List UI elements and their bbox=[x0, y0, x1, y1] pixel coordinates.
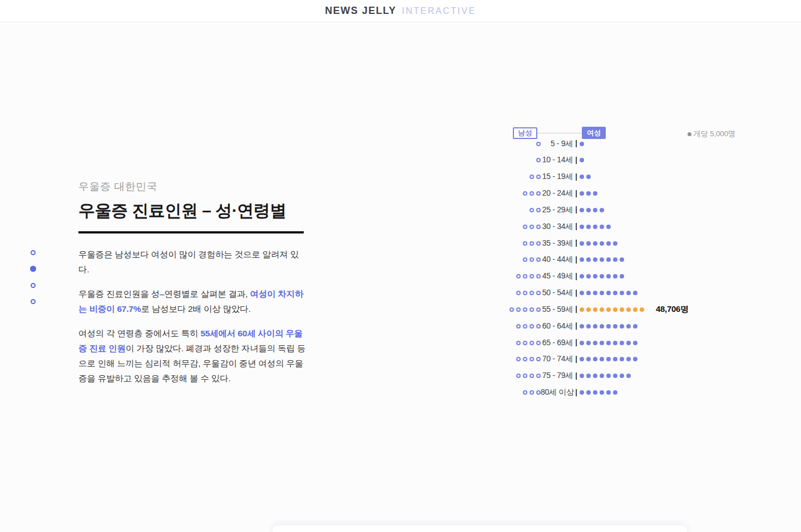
male-dots bbox=[467, 241, 541, 246]
article: 우울증 대한민국 우울증 진료인원 – 성·연령별 우울증은 남성보다 여성이 … bbox=[78, 180, 309, 386]
female-dot-icon bbox=[600, 291, 604, 295]
female-dot-icon bbox=[606, 225, 611, 229]
female-dot-icon bbox=[580, 225, 584, 229]
female-dot-icon bbox=[626, 291, 631, 295]
next-section-card bbox=[273, 525, 687, 532]
male-dot-icon bbox=[530, 257, 534, 262]
section-nav-item-2[interactable] bbox=[28, 261, 37, 277]
female-dot-icon bbox=[593, 374, 597, 378]
title-underline bbox=[78, 231, 304, 233]
female-dot-icon bbox=[633, 341, 637, 345]
male-dot-icon bbox=[530, 324, 534, 329]
female-dot-icon bbox=[626, 357, 631, 361]
age-label: 5 - 9세 bbox=[541, 139, 573, 149]
male-dot-icon bbox=[516, 324, 521, 329]
chart-row: 25 - 29세 bbox=[467, 202, 779, 218]
age-label: 40 - 44세 bbox=[541, 255, 573, 265]
female-dot-icon bbox=[580, 291, 584, 295]
section-nav-item-3[interactable] bbox=[28, 277, 37, 294]
female-dot-icon bbox=[586, 291, 591, 295]
female-dot-highlight-icon bbox=[586, 307, 591, 312]
female-dot-icon bbox=[613, 390, 617, 395]
female-dot-icon bbox=[580, 357, 584, 361]
nav-dot-icon bbox=[31, 250, 36, 255]
female-dot-icon bbox=[620, 357, 624, 361]
female-dot-icon bbox=[613, 241, 617, 246]
male-dot-icon bbox=[516, 274, 521, 279]
male-dot-icon bbox=[530, 374, 534, 378]
female-dots bbox=[580, 241, 617, 246]
female-dot-icon bbox=[580, 175, 584, 179]
female-dot-icon bbox=[586, 257, 591, 262]
male-dot-icon bbox=[530, 225, 534, 229]
female-dot-icon bbox=[626, 341, 631, 345]
row-tick-mark bbox=[576, 157, 577, 164]
chart-row: 50 - 54세 bbox=[467, 285, 779, 301]
male-dot-icon bbox=[530, 390, 534, 395]
chart-row: 60 - 64세 bbox=[467, 318, 779, 335]
age-label: 30 - 34세 bbox=[541, 222, 573, 232]
female-dot-icon bbox=[620, 274, 624, 279]
age-label: 60 - 64세 bbox=[541, 321, 573, 331]
chart-row: 10 - 14세 bbox=[467, 152, 779, 168]
brand-logo[interactable]: NEWS JELLY INTERACTIVE bbox=[325, 5, 476, 17]
male-dots bbox=[467, 158, 541, 162]
male-dot-icon bbox=[523, 374, 527, 378]
female-dot-icon bbox=[580, 142, 584, 146]
female-dot-icon bbox=[606, 357, 611, 361]
male-dot-icon bbox=[536, 208, 541, 212]
section-nav-item-4[interactable] bbox=[28, 294, 37, 310]
female-dots bbox=[580, 191, 597, 196]
male-dot-icon bbox=[536, 341, 541, 345]
nav-dot-icon bbox=[31, 299, 36, 304]
male-dot-icon bbox=[536, 390, 541, 395]
row-tick-mark bbox=[576, 356, 577, 363]
female-dot-icon bbox=[620, 257, 624, 262]
chart-row: 80세 이상 bbox=[467, 384, 779, 401]
paragraph-2: 우울증 진료인원을 성–연령별로 살펴본 결과, 여성이 차지하는 비중이 67… bbox=[78, 286, 309, 316]
row-tick-mark bbox=[576, 256, 577, 263]
page-title: 우울증 진료인원 – 성·연령별 bbox=[78, 200, 309, 222]
male-dot-icon bbox=[536, 357, 541, 361]
section-nav-item-1[interactable] bbox=[28, 245, 37, 261]
highlight-value-label: 48,706명 bbox=[656, 304, 689, 315]
male-dot-icon bbox=[530, 341, 534, 345]
female-dot-icon bbox=[580, 374, 584, 378]
male-dot-icon bbox=[516, 291, 521, 295]
age-label: 65 - 69세 bbox=[541, 338, 573, 348]
dot-chart: 남성 여성 개당 5,000명 5 - 9세10 - 14세15 - 19세20… bbox=[467, 125, 779, 408]
male-dot-icon bbox=[530, 175, 534, 179]
male-dots bbox=[467, 175, 541, 179]
female-dot-icon bbox=[600, 341, 604, 345]
male-dots bbox=[467, 374, 541, 378]
article-kicker: 우울증 대한민국 bbox=[78, 180, 309, 194]
female-dot-icon bbox=[600, 357, 604, 361]
row-tick-mark bbox=[576, 322, 577, 330]
female-dots bbox=[580, 324, 637, 329]
female-dot-icon bbox=[600, 257, 604, 262]
female-dot-icon bbox=[586, 274, 591, 279]
age-label: 20 - 24세 bbox=[541, 188, 573, 198]
row-tick bbox=[573, 223, 580, 230]
female-dot-icon bbox=[606, 241, 611, 246]
female-dot-icon bbox=[600, 241, 604, 246]
row-tick-mark bbox=[576, 372, 577, 380]
row-tick-mark bbox=[576, 240, 577, 247]
male-dots bbox=[467, 208, 541, 212]
chart-row: 30 - 34세 bbox=[467, 218, 779, 235]
male-dot-icon bbox=[530, 208, 534, 212]
row-tick-mark bbox=[576, 339, 577, 346]
female-dot-icon bbox=[613, 324, 617, 329]
female-dot-icon bbox=[606, 374, 611, 378]
male-dots bbox=[467, 274, 541, 279]
row-tick-mark bbox=[576, 190, 577, 197]
row-tick-mark bbox=[576, 290, 577, 297]
female-dot-icon bbox=[613, 257, 617, 262]
female-dot-highlight-icon bbox=[640, 307, 644, 312]
nav-dot-icon bbox=[31, 283, 36, 288]
female-dot-highlight-icon bbox=[580, 307, 584, 312]
male-dot-icon bbox=[536, 142, 541, 146]
female-dot-icon bbox=[600, 374, 604, 378]
female-dots bbox=[580, 142, 584, 146]
male-dots bbox=[467, 390, 541, 395]
